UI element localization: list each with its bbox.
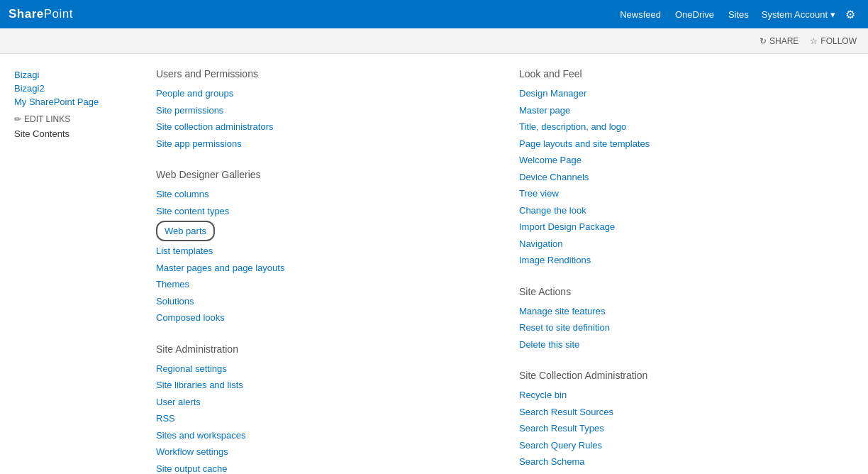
- site-content-types-link[interactable]: Site content types: [156, 203, 491, 220]
- user-alerts-link[interactable]: User alerts: [156, 394, 491, 411]
- content-area: Users and Permissions People and groups …: [142, 68, 868, 474]
- web-designer-galleries-section: Web Designer Galleries Site columns Site…: [156, 169, 491, 326]
- composed-looks-link[interactable]: Composed looks: [156, 309, 491, 326]
- search-settings-link[interactable]: Search Settings: [519, 470, 854, 475]
- workflow-settings-link[interactable]: Workflow settings: [156, 443, 491, 461]
- manage-site-features-link[interactable]: Manage site features: [519, 303, 854, 320]
- page-layouts-link[interactable]: Page layouts and site templates: [519, 136, 854, 153]
- sidebar: Bizagi Bizagi2 My SharePoint Page ✏ EDIT…: [14, 68, 142, 474]
- site-administration-header: Site Administration: [156, 343, 491, 355]
- users-permissions-header: Users and Permissions: [156, 68, 491, 79]
- share-label: SHARE: [769, 36, 799, 46]
- search-schema-link[interactable]: Search Schema: [519, 453, 854, 470]
- look-feel-header: Look and Feel: [519, 68, 854, 79]
- change-look-link[interactable]: Change the look: [519, 202, 854, 219]
- right-column: Look and Feel Design Manager Master page…: [505, 68, 868, 474]
- search-query-rules-link[interactable]: Search Query Rules: [519, 437, 854, 454]
- site-collection-admin-section: Site Collection Administration Recycle b…: [519, 370, 854, 474]
- main-content: Bizagi Bizagi2 My SharePoint Page ✏ EDIT…: [0, 54, 868, 474]
- recycle-bin-link[interactable]: Recycle bin: [519, 387, 854, 404]
- reset-site-definition-link[interactable]: Reset to site definition: [519, 319, 854, 336]
- look-feel-section: Look and Feel Design Manager Master page…: [519, 68, 854, 269]
- sidebar-item-site-contents[interactable]: Site Contents: [14, 127, 135, 140]
- action-bar: ↻ SHARE ☆ FOLLOW: [0, 28, 868, 54]
- import-design-link[interactable]: Import Design Package: [519, 219, 854, 236]
- site-collection-admins-link[interactable]: Site collection administrators: [156, 118, 491, 136]
- master-pages-link[interactable]: Master pages and page layouts: [156, 260, 491, 277]
- search-result-sources-link[interactable]: Search Result Sources: [519, 404, 854, 421]
- rss-link[interactable]: RSS: [156, 410, 491, 427]
- onedrive-link[interactable]: OneDrive: [668, 9, 721, 20]
- left-column: Users and Permissions People and groups …: [142, 68, 505, 474]
- list-templates-link[interactable]: List templates: [156, 243, 491, 260]
- follow-button[interactable]: ☆ FOLLOW: [810, 36, 857, 46]
- sidebar-item-bizagi2[interactable]: Bizagi2: [14, 82, 135, 95]
- newsfeed-link[interactable]: Newsfeed: [613, 9, 668, 20]
- sites-link[interactable]: Sites: [721, 9, 756, 20]
- top-nav-right: Newsfeed OneDrive Sites System Account ▾…: [613, 8, 859, 21]
- share-button[interactable]: ↻ SHARE: [760, 36, 799, 46]
- solutions-link[interactable]: Solutions: [156, 293, 491, 310]
- web-designer-galleries-header: Web Designer Galleries: [156, 169, 491, 180]
- design-manager-link[interactable]: Design Manager: [519, 85, 854, 102]
- share-icon: ↻: [760, 36, 767, 46]
- top-navigation-bar: SharePoint Newsfeed OneDrive Sites Syste…: [0, 0, 868, 28]
- site-collection-admin-header: Site Collection Administration: [519, 370, 854, 381]
- sharepoint-logo: SharePoint: [9, 7, 73, 21]
- follow-icon: ☆: [810, 36, 818, 46]
- users-permissions-section: Users and Permissions People and groups …: [156, 68, 491, 152]
- follow-label: FOLLOW: [820, 36, 857, 46]
- sidebar-item-mysharepoint[interactable]: My SharePoint Page: [14, 95, 135, 109]
- system-account-menu[interactable]: System Account ▾: [756, 9, 841, 20]
- regional-settings-link[interactable]: Regional settings: [156, 360, 491, 377]
- pencil-icon: ✏: [14, 114, 21, 124]
- tree-view-link[interactable]: Tree view: [519, 185, 854, 202]
- settings-gear-icon[interactable]: ⚙: [841, 8, 859, 21]
- site-columns-link[interactable]: Site columns: [156, 186, 491, 203]
- sidebar-item-bizagi[interactable]: Bizagi: [14, 68, 135, 82]
- navigation-link[interactable]: Navigation: [519, 236, 854, 253]
- web-parts-link[interactable]: Web parts: [156, 221, 215, 241]
- themes-link[interactable]: Themes: [156, 276, 491, 293]
- image-renditions-link[interactable]: Image Renditions: [519, 252, 854, 269]
- title-description-logo-link[interactable]: Title, description, and logo: [519, 118, 854, 136]
- site-actions-section: Site Actions Manage site features Reset …: [519, 286, 854, 353]
- device-channels-link[interactable]: Device Channels: [519, 169, 854, 186]
- welcome-page-link[interactable]: Welcome Page: [519, 152, 854, 169]
- site-permissions-link[interactable]: Site permissions: [156, 102, 491, 119]
- search-result-types-link[interactable]: Search Result Types: [519, 420, 854, 437]
- site-app-permissions-link[interactable]: Site app permissions: [156, 136, 491, 153]
- site-libraries-lists-link[interactable]: Site libraries and lists: [156, 377, 491, 394]
- people-groups-link[interactable]: People and groups: [156, 85, 491, 102]
- delete-site-link[interactable]: Delete this site: [519, 336, 854, 353]
- master-page-link[interactable]: Master page: [519, 102, 854, 119]
- sites-workspaces-link[interactable]: Sites and workspaces: [156, 427, 491, 444]
- edit-links-button[interactable]: ✏ EDIT LINKS: [14, 109, 135, 127]
- site-actions-header: Site Actions: [519, 286, 854, 297]
- site-administration-section: Site Administration Regional settings Si…: [156, 343, 491, 474]
- site-output-cache-link[interactable]: Site output cache: [156, 461, 491, 474]
- edit-links-label: EDIT LINKS: [24, 114, 70, 124]
- system-account-label: System Account: [762, 9, 828, 20]
- account-dropdown-icon: ▾: [830, 9, 835, 20]
